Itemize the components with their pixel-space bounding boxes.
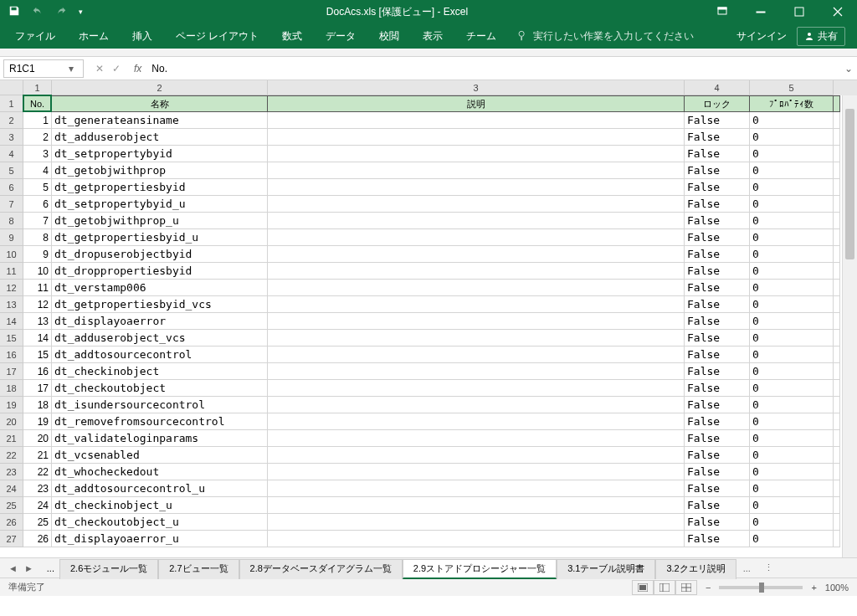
row-header[interactable]: 3 xyxy=(0,129,23,146)
table-row[interactable]: 7dt_getobjwithprop_uFalse0 xyxy=(23,213,857,229)
row-header[interactable]: 1 xyxy=(0,95,23,112)
cell[interactable]: 0 xyxy=(750,497,834,514)
cell[interactable]: 15 xyxy=(23,346,52,363)
cell[interactable]: 0 xyxy=(750,296,834,313)
cell[interactable]: 0 xyxy=(750,196,834,213)
row-header[interactable]: 15 xyxy=(0,330,23,346)
cell[interactable]: 0 xyxy=(750,447,834,464)
cell[interactable]: 0 xyxy=(750,330,834,346)
table-row[interactable]: 15dt_addtosourcecontrolFalse0 xyxy=(23,346,857,363)
row-header[interactable]: 12 xyxy=(0,280,23,296)
ribbon-tab[interactable]: チーム xyxy=(454,29,508,44)
cell[interactable]: 0 xyxy=(750,380,834,397)
cell[interactable]: 17 xyxy=(23,380,52,397)
cell[interactable] xyxy=(268,280,685,296)
cell[interactable]: False xyxy=(685,213,750,229)
fx-icon[interactable]: fx xyxy=(129,63,146,74)
cell[interactable] xyxy=(268,363,685,380)
cell[interactable]: False xyxy=(685,129,750,146)
cell[interactable]: dt_checkoutobject_u xyxy=(52,514,268,531)
cell[interactable] xyxy=(268,129,685,146)
cell[interactable]: False xyxy=(685,447,750,464)
table-row[interactable]: 4dt_getobjwithpropFalse0 xyxy=(23,162,857,179)
view-pagebreak-icon[interactable] xyxy=(675,580,697,595)
row-header[interactable]: 11 xyxy=(0,263,23,280)
cell[interactable] xyxy=(268,213,685,229)
ribbon-tab[interactable]: データ xyxy=(314,29,367,44)
zoom-slider[interactable] xyxy=(719,586,803,589)
row-header[interactable]: 18 xyxy=(0,380,23,397)
cell[interactable]: False xyxy=(685,413,750,430)
ribbon-options-icon[interactable] xyxy=(703,0,742,23)
cell[interactable]: dt_setpropertybyid_u xyxy=(52,196,268,213)
cell[interactable] xyxy=(834,363,840,380)
column-header[interactable]: 2 xyxy=(52,80,268,95)
cell[interactable]: False xyxy=(685,112,750,129)
cell[interactable] xyxy=(834,280,840,296)
table-row[interactable]: 8dt_getpropertiesbyid_uFalse0 xyxy=(23,229,857,246)
maximize-icon[interactable] xyxy=(780,0,819,23)
cell[interactable]: False xyxy=(685,531,750,547)
undo-icon[interactable] xyxy=(32,5,44,19)
row-header[interactable]: 26 xyxy=(0,514,23,531)
ribbon-tab[interactable]: 数式 xyxy=(270,29,314,44)
table-row[interactable]: 12dt_getpropertiesbyid_vcsFalse0 xyxy=(23,296,857,313)
cell[interactable]: 9 xyxy=(23,246,52,263)
table-row[interactable]: 5dt_getpropertiesbyidFalse0 xyxy=(23,179,857,196)
cell[interactable]: 11 xyxy=(23,280,52,296)
cell[interactable] xyxy=(268,313,685,330)
cell[interactable] xyxy=(268,514,685,531)
minimize-icon[interactable] xyxy=(742,0,780,23)
cell[interactable] xyxy=(268,480,685,497)
cell[interactable] xyxy=(834,146,840,162)
sheet-tab[interactable]: 2.6モジュール一覧 xyxy=(59,559,158,579)
cell[interactable] xyxy=(834,447,840,464)
cell[interactable]: 26 xyxy=(23,531,52,547)
tab-ellipsis[interactable]: ... xyxy=(42,563,59,573)
cell[interactable] xyxy=(268,263,685,280)
column-header[interactable]: 3 xyxy=(268,80,685,95)
table-row[interactable]: 20dt_validateloginparamsFalse0 xyxy=(23,430,857,447)
row-header[interactable]: 13 xyxy=(0,296,23,313)
cell[interactable]: False xyxy=(685,229,750,246)
ribbon-tab[interactable]: 校閲 xyxy=(367,29,411,44)
cell[interactable]: False xyxy=(685,196,750,213)
cell[interactable]: 0 xyxy=(750,280,834,296)
row-header[interactable]: 14 xyxy=(0,313,23,330)
cell[interactable]: 0 xyxy=(750,397,834,413)
signin-link[interactable]: サインイン xyxy=(736,29,787,44)
table-header-cell[interactable]: 名称 xyxy=(52,95,268,112)
cell[interactable]: False xyxy=(685,330,750,346)
row-header[interactable]: 16 xyxy=(0,346,23,363)
cell[interactable] xyxy=(834,196,840,213)
cell[interactable]: dt_displayoaerror_u xyxy=(52,531,268,547)
column-header[interactable]: 5 xyxy=(750,80,834,95)
cell[interactable]: False xyxy=(685,246,750,263)
cell[interactable]: dt_getpropertiesbyid xyxy=(52,179,268,196)
cell[interactable]: dt_whocheckedout xyxy=(52,464,268,480)
row-header[interactable]: 19 xyxy=(0,397,23,413)
cell[interactable]: dt_displayoaerror xyxy=(52,313,268,330)
row-header[interactable]: 8 xyxy=(0,213,23,229)
tell-me-search[interactable]: 実行したい作業を入力してください xyxy=(516,29,694,44)
sheet-tab[interactable]: 2.7ビュー一覧 xyxy=(158,559,239,579)
cell[interactable]: 16 xyxy=(23,363,52,380)
cell[interactable] xyxy=(268,162,685,179)
cell[interactable]: dt_setpropertybyid xyxy=(52,146,268,162)
row-header[interactable]: 4 xyxy=(0,146,23,162)
cell[interactable]: 25 xyxy=(23,514,52,531)
cell[interactable] xyxy=(834,464,840,480)
cell[interactable]: 0 xyxy=(750,112,834,129)
tab-menu-icon[interactable]: ⋮ xyxy=(757,562,780,573)
name-box[interactable]: R1C1 ▾ xyxy=(3,59,84,78)
cell[interactable]: False xyxy=(685,480,750,497)
cell[interactable] xyxy=(834,430,840,447)
table-row[interactable]: 17dt_checkoutobjectFalse0 xyxy=(23,380,857,397)
table-row[interactable]: 13dt_displayoaerrorFalse0 xyxy=(23,313,857,330)
row-header[interactable]: 10 xyxy=(0,246,23,263)
cell[interactable] xyxy=(268,464,685,480)
cell[interactable]: 0 xyxy=(750,346,834,363)
cell[interactable]: False xyxy=(685,363,750,380)
cell[interactable]: False xyxy=(685,146,750,162)
sheet-tab[interactable]: 3.1テーブル説明書 xyxy=(557,559,655,579)
